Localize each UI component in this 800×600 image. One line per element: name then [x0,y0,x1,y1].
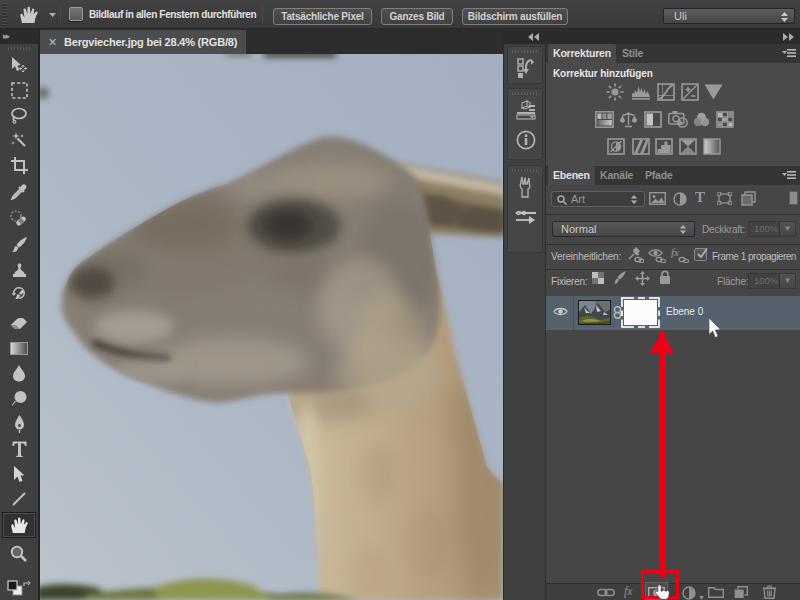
svg-text:fx: fx [671,246,679,258]
